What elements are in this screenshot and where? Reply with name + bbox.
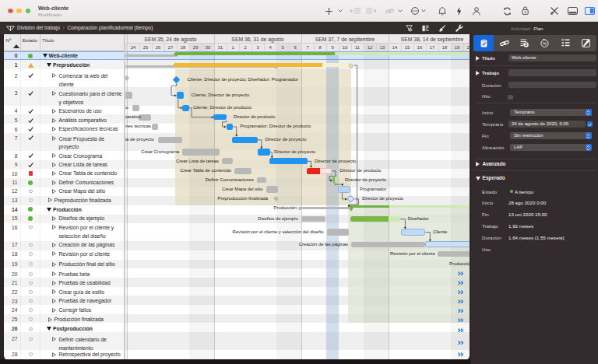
svg-text:$: $	[525, 42, 527, 47]
svg-text:%: %	[543, 40, 547, 45]
